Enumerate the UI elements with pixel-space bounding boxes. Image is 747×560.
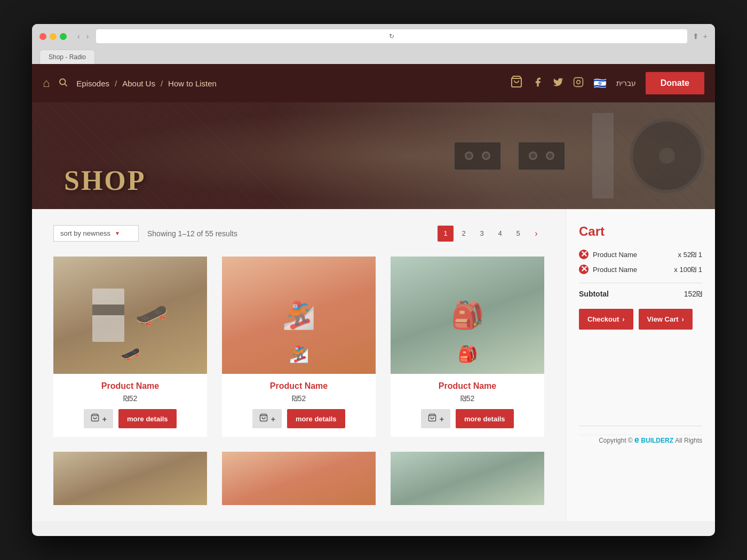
forward-button[interactable]: › [84,31,91,42]
nav-sep-1: / [115,79,117,88]
dot-fullscreen[interactable] [60,33,67,40]
checkout-button[interactable]: Checkout › [579,309,633,330]
product-name-3[interactable]: Product Name [439,381,496,391]
cart-item-1-name: Product Name [593,251,674,259]
share-button[interactable]: ⬆ [693,32,699,41]
sort-arrow-icon: ▼ [115,230,120,236]
product-price-1: ₪52 [123,394,138,403]
footer-rights: All Rights [675,437,702,444]
cart-items-list: ✕ Product Name 1 x 52₪ ✕ Product Name 1 … [579,250,702,274]
page-4-button[interactable]: 4 [492,226,508,242]
website-content: ⌂ Episodes / About Us / How to Listen [32,64,715,521]
remove-item-2-button[interactable]: ✕ [579,265,589,274]
header-right: 🇮🇱 עברית Donate [510,72,704,94]
add-to-cart-3[interactable]: + [421,409,450,428]
site-header: ⌂ Episodes / About Us / How to Listen [32,64,715,102]
dot-minimize[interactable] [50,33,57,40]
partial-image-3[interactable] [391,452,544,505]
partial-image-2[interactable] [222,452,376,505]
twitter-icon[interactable] [553,77,563,90]
sort-label: sort by newness [60,229,110,237]
donate-button[interactable]: Donate [646,72,704,94]
add-to-cart-1[interactable]: + [84,409,113,428]
product-image-1[interactable]: 🛹 [53,257,207,374]
cart-item-2-price: 1 x 100₪ [674,266,702,274]
footer-copyright: Copyright © [599,437,633,444]
instagram-icon[interactable] [573,77,584,90]
active-tab[interactable]: Shop - Radio [39,50,95,64]
partial-image-1[interactable] [53,452,207,505]
add-to-cart-2[interactable]: + [252,409,282,428]
product-image-2[interactable]: 🏂 [222,257,376,374]
browser-actions: ⬆ + [693,32,708,41]
subtotal-amount: 152₪ [684,290,702,298]
url-bar[interactable]: ↻ [96,29,687,43]
product-actions-1: + more details [84,409,176,428]
main-content: sort by newness ▼ Showing 1–12 of 55 res… [32,209,715,521]
cart-item-1-price: 1 x 52₪ [678,251,702,259]
page-title: Shop [64,165,146,196]
more-details-1[interactable]: more details [118,409,177,428]
subtotal-label: Subtotal [579,290,609,298]
product-price-2: ₪52 [292,394,306,403]
language-label[interactable]: עברית [616,79,636,87]
add-tab-button[interactable]: + [703,32,708,41]
nav-sep-2: / [161,79,163,88]
product-card-3: 🎒 Product Name ₪52 [391,257,544,437]
product-image-3[interactable]: 🎒 [391,257,544,374]
browser-window: ‹ › ↻ ⬆ + Shop - Radio ⌂ [32,24,715,536]
next-page-button[interactable]: › [528,226,544,242]
partial-product-row [53,452,544,505]
back-button[interactable]: ‹ [75,31,82,42]
nav-how-to-listen[interactable]: How to Listen [168,79,217,88]
page-5-button[interactable]: 5 [510,226,526,242]
dot-close[interactable] [39,33,46,40]
cart-sidebar: Cart ✕ Product Name 1 x 52₪ ✕ Product Na… [566,209,715,521]
product-name-2[interactable]: Product Name [270,381,328,391]
language-flag: 🇮🇱 [593,77,607,90]
facebook-icon[interactable] [533,77,543,90]
product-actions-2: + more details [252,409,345,428]
product-card-2: 🏂 Product Name ₪52 [222,257,376,437]
more-details-2[interactable]: more details [287,409,345,428]
filter-left: sort by newness ▼ Showing 1–12 of 55 res… [53,225,237,242]
cart-icon[interactable] [510,75,523,91]
products-area: sort by newness ▼ Showing 1–12 of 55 res… [32,209,566,521]
page-2-button[interactable]: 2 [456,226,472,242]
svg-line-1 [65,84,67,86]
site-footer: Copyright © e BUILDERZ All Rights [579,435,702,445]
cart-actions: Checkout › View Cart › [579,309,702,330]
view-cart-arrow-icon: › [682,315,684,323]
refresh-icon: ↻ [389,33,394,40]
cart-item-1: ✕ Product Name 1 x 52₪ [579,250,702,259]
product-name-1[interactable]: Product Name [101,381,159,391]
checkout-label: Checkout [587,315,619,323]
page-1-button[interactable]: 1 [438,226,454,242]
page-3-button[interactable]: 3 [474,226,490,242]
cart-divider [579,283,702,283]
cart-title: Cart [579,224,702,239]
nav-about[interactable]: About Us [122,79,155,88]
view-cart-label: View Cart [647,315,679,323]
browser-chrome: ‹ › ↻ ⬆ + Shop - Radio [32,24,715,64]
checkout-arrow-icon: › [622,315,624,323]
cart-subtotal: Subtotal 152₪ [579,290,702,298]
search-icon[interactable] [58,77,68,90]
nav-episodes[interactable]: Episodes [76,79,109,88]
pagination: 1 2 3 4 5 › [438,226,544,242]
partial-card-1 [53,452,207,505]
browser-top-bar: ‹ › ↻ ⬆ + [39,29,708,43]
browser-tabs: Shop - Radio [39,50,708,64]
partial-card-3 [391,452,544,505]
product-actions-3: + more details [421,409,513,428]
view-cart-button[interactable]: View Cart › [639,309,693,330]
filter-bar: sort by newness ▼ Showing 1–12 of 55 res… [53,225,544,242]
footer-brand[interactable]: e BUILDERZ [634,437,675,444]
browser-dots [39,33,67,40]
cart-item-2-name: Product Name [593,266,670,274]
more-details-3[interactable]: more details [456,409,514,428]
home-icon[interactable]: ⌂ [43,76,50,90]
sort-select[interactable]: sort by newness ▼ [53,225,139,242]
remove-item-1-button[interactable]: ✕ [579,250,589,259]
shop-hero-banner: Shop [32,102,715,209]
